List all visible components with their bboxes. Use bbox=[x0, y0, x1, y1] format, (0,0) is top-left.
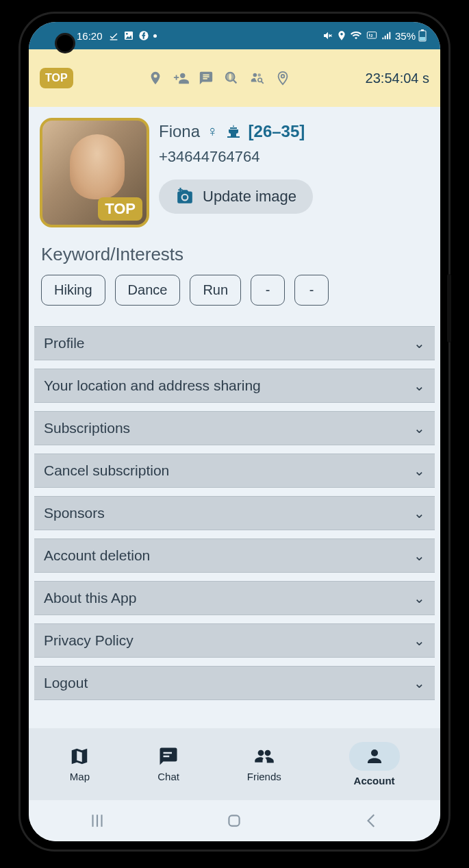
svg-point-19 bbox=[264, 750, 270, 756]
chat-icon bbox=[158, 746, 179, 767]
volte-icon: 2 bbox=[365, 30, 379, 41]
update-image-button[interactable]: Update image bbox=[159, 179, 313, 214]
svg-point-18 bbox=[257, 750, 264, 756]
chip-run[interactable]: Run bbox=[190, 275, 241, 306]
svg-point-11 bbox=[253, 73, 257, 77]
recent-apps-button[interactable] bbox=[88, 812, 106, 830]
chevron-down-icon: ⌄ bbox=[414, 632, 425, 649]
accordion-about[interactable]: About this App⌄ bbox=[34, 581, 435, 615]
accordion-sponsors[interactable]: Sponsors⌄ bbox=[34, 496, 435, 530]
chip-dance[interactable]: Dance bbox=[115, 275, 181, 306]
map-icon bbox=[69, 746, 90, 767]
svg-rect-8 bbox=[420, 37, 425, 40]
account-icon bbox=[349, 742, 400, 771]
pin-outline-icon[interactable] bbox=[275, 71, 290, 86]
svg-rect-7 bbox=[421, 29, 424, 31]
status-time: 16:20 bbox=[77, 30, 103, 42]
home-button[interactable] bbox=[225, 812, 243, 830]
age-range: [26–35] bbox=[249, 122, 305, 141]
accordion-profile[interactable]: Profile⌄ bbox=[34, 326, 435, 360]
chevron-down-icon: ⌄ bbox=[414, 505, 425, 521]
accordion-label: Privacy Policy bbox=[44, 632, 134, 649]
checkmark-icon bbox=[108, 30, 119, 41]
nav-chat[interactable]: Chat bbox=[147, 741, 190, 788]
system-nav bbox=[29, 800, 440, 841]
chevron-down-icon: ⌄ bbox=[414, 462, 425, 479]
globe-search-icon[interactable] bbox=[223, 71, 240, 86]
avatar-top-badge: TOP bbox=[98, 197, 142, 221]
image-icon bbox=[123, 30, 134, 41]
avatar[interactable]: TOP bbox=[40, 118, 149, 227]
bottom-nav: Map Chat Friends Account bbox=[29, 728, 440, 800]
profile-name: Fiona bbox=[159, 122, 200, 141]
chip-hiking[interactable]: Hiking bbox=[41, 275, 105, 306]
svg-point-9 bbox=[180, 73, 185, 78]
wifi-icon bbox=[350, 30, 362, 41]
profile-row: TOP Fiona ♀ [26–35] +34644764764 Upda bbox=[34, 118, 435, 227]
chevron-down-icon: ⌄ bbox=[414, 377, 425, 394]
nav-label: Map bbox=[70, 771, 90, 782]
interests-title: Keyword/Interests bbox=[41, 244, 435, 265]
header-icons bbox=[148, 71, 290, 86]
facebook-icon bbox=[138, 30, 149, 41]
chip-empty-2[interactable]: - bbox=[294, 275, 329, 306]
nav-map[interactable]: Map bbox=[58, 741, 101, 788]
header-timer: 23:54:04 s bbox=[366, 71, 429, 86]
nav-label: Chat bbox=[157, 771, 179, 782]
nav-label: Friends bbox=[247, 771, 281, 782]
app-header: TOP 23:54:04 s bbox=[29, 49, 440, 107]
svg-rect-16 bbox=[164, 752, 173, 754]
battery-percent: 35% bbox=[395, 30, 416, 42]
profile-name-row: Fiona ♀ [26–35] bbox=[159, 122, 429, 141]
nav-account[interactable]: Account bbox=[338, 736, 411, 792]
status-left: 16:20 bbox=[77, 30, 157, 42]
svg-text:2: 2 bbox=[370, 34, 373, 38]
accordion-location[interactable]: Your location and address sharing⌄ bbox=[34, 369, 435, 403]
phone-frame: 16:20 2 35% TOP bbox=[21, 14, 448, 850]
front-camera bbox=[55, 33, 75, 53]
interest-chips: Hiking Dance Run - - bbox=[34, 275, 435, 306]
accordion-account-deletion[interactable]: Account deletion⌄ bbox=[34, 538, 435, 573]
pin-icon[interactable] bbox=[148, 71, 163, 86]
top-badge[interactable]: TOP bbox=[40, 68, 73, 88]
accordion-label: Account deletion bbox=[44, 547, 150, 564]
accordion-label: Profile bbox=[44, 335, 85, 351]
chevron-down-icon: ⌄ bbox=[414, 335, 425, 351]
svg-point-12 bbox=[258, 73, 262, 77]
accordion-list: Profile⌄ Your location and address shari… bbox=[34, 326, 435, 700]
svg-point-15 bbox=[183, 195, 188, 200]
accordion-logout[interactable]: Logout⌄ bbox=[34, 666, 435, 700]
accordion-privacy[interactable]: Privacy Policy⌄ bbox=[34, 623, 435, 658]
signal-icon bbox=[381, 30, 392, 41]
dot-icon bbox=[153, 34, 157, 38]
nav-label: Account bbox=[354, 775, 395, 786]
gender-female-icon: ♀ bbox=[207, 123, 218, 140]
location-icon bbox=[336, 30, 347, 41]
birthday-cake-icon bbox=[225, 123, 242, 140]
chip-empty-1[interactable]: - bbox=[251, 275, 285, 306]
accordion-cancel-subscription[interactable]: Cancel subscription⌄ bbox=[34, 454, 435, 488]
accordion-label: Logout bbox=[44, 675, 88, 691]
content[interactable]: TOP Fiona ♀ [26–35] +34644764764 Upda bbox=[29, 107, 440, 728]
accordion-subscriptions[interactable]: Subscriptions⌄ bbox=[34, 411, 435, 445]
status-bar: 16:20 2 35% bbox=[29, 22, 440, 49]
chevron-down-icon: ⌄ bbox=[414, 547, 425, 564]
battery-icon bbox=[418, 29, 427, 42]
nav-friends[interactable]: Friends bbox=[236, 741, 292, 788]
status-icons-left bbox=[108, 30, 157, 41]
add-person-icon[interactable] bbox=[173, 71, 189, 86]
back-button[interactable] bbox=[363, 812, 381, 830]
phone-number: +34644764764 bbox=[159, 148, 429, 166]
accordion-label: Sponsors bbox=[44, 505, 105, 521]
people-search-icon[interactable] bbox=[249, 71, 266, 86]
chevron-down-icon: ⌄ bbox=[414, 420, 425, 436]
friends-icon bbox=[253, 746, 276, 767]
side-button bbox=[447, 274, 451, 343]
svg-rect-21 bbox=[229, 815, 240, 826]
screen: 16:20 2 35% TOP bbox=[29, 22, 440, 841]
chat2-icon[interactable] bbox=[199, 71, 214, 86]
profile-info: Fiona ♀ [26–35] +34644764764 Update imag… bbox=[159, 118, 429, 227]
accordion-label: Your location and address sharing bbox=[44, 377, 261, 394]
svg-point-13 bbox=[258, 78, 262, 82]
mute-icon bbox=[322, 30, 333, 41]
